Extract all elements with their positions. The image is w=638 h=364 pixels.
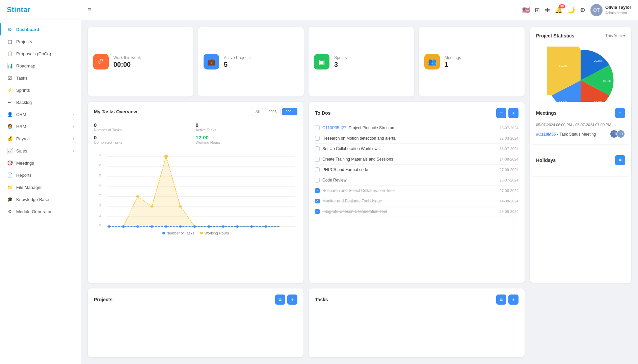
stats-row: ⏱ Work this week 00:00 💼 Active Projects… [88,27,525,96]
todo-checkbox-7[interactable]: ✓ [315,188,320,193]
sidebar-item-module-generator[interactable]: ⚙ Module Generator [0,205,81,218]
sidebar-label-sprints: Sprints [16,88,30,93]
sidebar-item-projects[interactable]: ◫ Projects [0,35,81,48]
todo-checkbox-4[interactable] [315,157,320,162]
sidebar-item-knowledge-base[interactable]: 🎓 Knowledge Base [0,193,81,205]
avatar-image: OT [590,4,603,16]
todo-date-3: 18-07-2024 [500,147,519,151]
todo-checkbox-8[interactable]: ✓ [315,199,320,203]
menu-toggle-button[interactable]: ≡ [88,6,91,13]
sidebar-item-hrm[interactable]: 🧑‍💼 HRM › [0,120,81,133]
legend-item-number-of-tasks: Number of Tasks [162,231,194,235]
todos-list-button[interactable]: ≡ [496,108,506,118]
chevron-right-icon: › [73,149,74,153]
wh-dot-jun [179,205,182,208]
nt-dot-aug [207,225,210,228]
dashboard-nav-icon: ⊙ [7,27,13,32]
todo-checkbox-9[interactable]: ✓ [315,209,320,214]
tab-2024[interactable]: 2024 [282,108,297,115]
todos-add-button[interactable]: + [508,108,519,118]
sidebar-item-file-manager[interactable]: 📁 File Manager [0,181,81,193]
sidebar-item-dashboard[interactable]: ⊙ Dashboard [0,23,81,35]
todo-checkbox-2[interactable] [315,136,320,141]
notification-count: 55 [559,4,565,8]
svg-text:6: 6 [99,163,102,167]
projects-add-button[interactable]: + [287,295,297,305]
sidebar-nav: ⊙ Dashboard ◫ Projects 📋 Proposals (CoCo… [0,20,81,221]
chart-area: 0 1 2 3 4 5 6 7 [94,154,297,228]
tasks-nav-icon: ☑ [7,75,13,81]
user-info: Olivia Taylor Administrator [605,5,631,15]
todo-checkbox-6[interactable] [315,178,320,183]
todo-date-1: 25-07-2024 [500,126,519,130]
tasks-panel-header: Tasks ≡ + [315,295,519,305]
sidebar-item-meetings[interactable]: 🎯 Meetings [0,157,81,169]
nt-dot-jun [179,225,182,228]
content-area: ⏱ Work this week 00:00 💼 Active Projects… [81,20,638,364]
meeting-link[interactable]: #C110M55 [536,132,556,137]
todo-date-4: 14-08-2024 [500,157,519,161]
sidebar-item-backlog[interactable]: ↩ Backlog [0,96,81,108]
proposals-nav-icon: 📋 [7,51,13,56]
user-avatar[interactable]: OT Olivia Taylor Administrator [590,4,631,16]
sidebar-item-tasks[interactable]: ☑ Tasks [0,72,81,84]
todo-checkbox-3[interactable] [315,146,320,151]
tasks-add-button[interactable]: + [508,295,519,305]
nt-dot-may [165,225,168,228]
todo-date-5: 27-09-2024 [500,168,519,172]
backlog-nav-icon: ↩ [7,100,13,105]
reports-nav-icon: 📄 [7,172,13,178]
working-hours-area [109,157,280,227]
completed-tasks-label: Completed Tasks [94,140,196,144]
todo-checkbox-1[interactable] [315,125,320,130]
hrm-nav-icon: 🧑‍💼 [7,124,13,129]
svg-text:5: 5 [99,173,102,177]
language-flag-icon[interactable]: 🇺🇸 [522,6,530,14]
todo-item-2: Research on Motion detection and alerts.… [315,133,519,144]
sidebar-item-sales[interactable]: 📈 Sales › [0,145,81,157]
sidebar-item-crm[interactable]: 👤 CRM › [0,108,81,120]
sprints-info: Sprints 3 [334,55,347,68]
legend-dot [162,232,165,234]
tasks-list-button[interactable]: ≡ [496,295,506,305]
projects-list-button[interactable]: ≡ [275,295,285,305]
todo-date-7: 27-06-2024 [500,189,519,193]
todo-checkbox-5[interactable] [315,167,320,172]
number-of-tasks-label: Number of Tasks [94,128,196,132]
todo-link-1[interactable]: C110P35-I27 [322,125,346,130]
settings-gear-icon[interactable]: ⚙ [580,6,585,14]
stat-card-active-projects: 💼 Active Projects 5 [198,27,304,96]
sidebar-item-proposals[interactable]: 📋 Proposals (CoCo) [0,48,81,60]
apps-grid-icon[interactable]: ⊞ [535,6,540,14]
nt-dot-sep [221,225,224,228]
tab-all[interactable]: All [252,108,263,115]
meetings-label: Meetings [445,55,461,60]
sidebar-item-roadmap[interactable]: 📊 Roadmap [0,60,81,72]
todo-item-6: Code Review 26-07-2024 [315,175,519,186]
holidays-list-button[interactable]: ≡ [615,155,625,165]
chevron-right-icon: › [73,125,74,129]
meeting-description: #C110M55 - Task Status Meeting [536,132,596,137]
plus-icon[interactable]: ✚ [545,6,550,14]
tasks-overview-title: My Tasks Overview [94,109,137,114]
wh-dot-apr [150,205,153,208]
sidebar-item-payroll[interactable]: 💰 Payroll › [0,133,81,145]
task-stat-active-tasks: 0 Active Tasks [196,121,298,133]
todo-item-5: PHPCS and Format code 27-09-2024 [315,165,519,175]
sidebar-label-module-generator: Module Generator [16,209,52,214]
todos-header: To Dos ≡ + [315,108,519,118]
notification-bell-icon[interactable]: 🔔 55 [555,6,562,14]
project-statistics-filter[interactable]: This Year ▾ [605,33,625,38]
svg-text:1: 1 [99,214,102,218]
sidebar-item-reports[interactable]: 📄 Reports [0,169,81,181]
meetings-list-button[interactable]: ≡ [615,108,625,118]
meetings-nav-icon: 🎯 [7,160,13,166]
dark-mode-icon[interactable]: 🌙 [567,6,575,14]
sidebar-item-sprints[interactable]: ⚡ Sprints [0,84,81,96]
tab-2023[interactable]: 2023 [265,108,280,115]
todo-text-2: Research on Motion detection and alerts. [322,136,497,141]
roadmap-nav-icon: 📊 [7,63,13,68]
tasks-panel-title: Tasks [315,297,328,302]
meetings-value: 1 [445,61,461,68]
projects-actions: ≡ + [275,295,297,305]
